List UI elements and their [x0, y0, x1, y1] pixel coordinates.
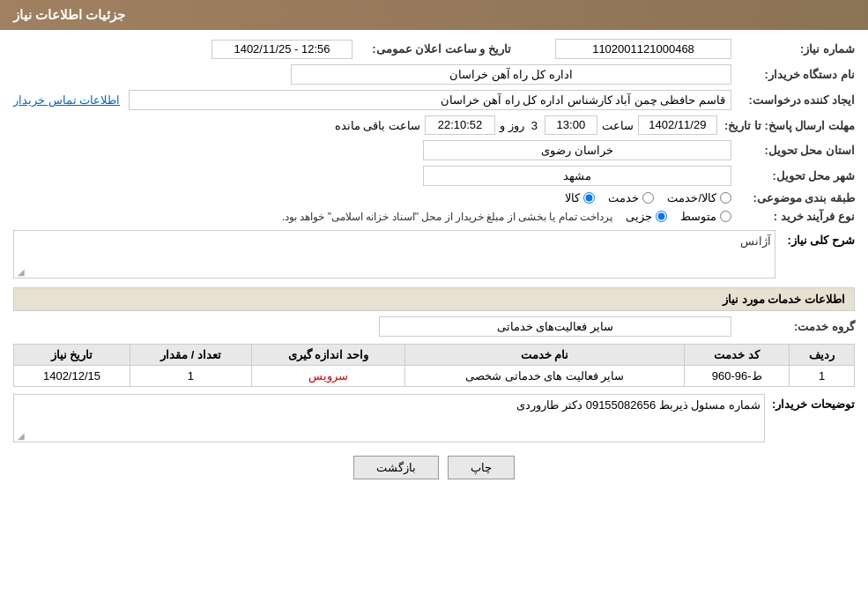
print-button[interactable]: چاپ — [448, 456, 515, 479]
buyer-desc-label: توضیحات خریدار: — [765, 394, 855, 411]
buyer-desc-value: شماره مسئول ذیربط 09155082656 دکتر طارور… — [18, 398, 760, 412]
col-unit: واحد اندازه گیری — [251, 345, 404, 366]
process-option-motavasset[interactable]: متوسط — [680, 210, 731, 223]
table-header-row: ردیف کد خدمت نام خدمت واحد اندازه گیری ت… — [14, 345, 855, 366]
reply-date: 1402/11/29 — [638, 115, 717, 135]
reply-remaining-label: ساعت باقی مانده — [335, 119, 420, 132]
resize-handle-desc[interactable]: ◢ — [16, 267, 25, 276]
services-table: ردیف کد خدمت نام خدمت واحد اندازه گیری ت… — [13, 344, 855, 387]
service-group-label: گروه خدمت: — [731, 320, 855, 333]
col-row-num: ردیف — [790, 345, 855, 366]
contact-link[interactable]: اطلاعات تماس خریدار — [13, 93, 120, 107]
category-label-khedmat: خدمت — [608, 191, 639, 204]
process-option-jozi[interactable]: جزیی — [626, 210, 667, 223]
process-type-label: نوع فرآیند خرید : — [731, 210, 855, 223]
process-radio-motavasset[interactable] — [720, 211, 731, 222]
col-service-code: کد خدمت — [685, 345, 790, 366]
category-option-khedmat[interactable]: خدمت — [608, 191, 654, 204]
buttons-row: چاپ بازگشت — [13, 456, 855, 479]
reply-days: 3 — [531, 119, 538, 132]
cell-unit: سرویس — [251, 366, 404, 387]
reply-deadline-label: مهلت ارسال پاسخ: تا تاریخ: — [717, 119, 855, 132]
category-radio-khedmat[interactable] — [642, 192, 654, 204]
requester-label: ایجاد کننده درخواست: — [731, 93, 855, 107]
main-content: شماره نیاز: 1102001121000468 تاریخ و ساع… — [0, 30, 868, 501]
service-group-value: سایر فعالیت‌های خدماتی — [379, 316, 731, 337]
cell-count: 1 — [130, 366, 251, 387]
cell-service-code: ط-96-960 — [685, 366, 790, 387]
reply-time-label: ساعت — [602, 119, 634, 132]
category-radio-group: کالا/خدمت خدمت کالا — [565, 191, 731, 204]
services-section-title: اطلاعات خدمات مورد نیاز — [723, 293, 845, 306]
category-label-kala-khedmat: کالا/خدمت — [667, 191, 716, 204]
description-box: آژانس ◢ — [13, 230, 775, 279]
category-radio-kala[interactable] — [583, 192, 595, 204]
page-wrapper: جزئیات اطلاعات نیاز شماره نیاز: 11020011… — [0, 0, 868, 609]
process-note: پرداخت تمام یا بخشی از مبلغ خریدار از مح… — [282, 211, 612, 223]
need-number-label: شماره نیاز: — [731, 42, 855, 56]
buyer-org-value: اداره کل راه آهن خراسان — [291, 64, 731, 85]
table-row: 1 ط-96-960 سایر فعالیت های خدماتی شخصی س… — [14, 366, 855, 387]
category-label: طبقه بندی موضوعی: — [731, 191, 855, 204]
process-label-motavasset: متوسط — [680, 210, 716, 223]
process-radio-jozi[interactable] — [656, 211, 667, 222]
category-option-kala[interactable]: کالا — [565, 191, 595, 204]
page-header: جزئیات اطلاعات نیاز — [0, 0, 868, 30]
resize-handle-buyer[interactable]: ◢ — [16, 431, 25, 440]
buyer-desc-box: شماره مسئول ذیربط 09155082656 دکتر طارور… — [13, 394, 765, 442]
description-sublabel: آژانس — [740, 234, 771, 248]
province-row: استان محل تحویل: خراسان رضوی — [13, 140, 855, 160]
category-option-kala-khedmat[interactable]: کالا/خدمت — [667, 191, 731, 204]
province-value: خراسان رضوی — [423, 140, 731, 160]
service-group-row: گروه خدمت: سایر فعالیت‌های خدماتی — [13, 316, 855, 337]
category-radio-kala-khedmat[interactable] — [720, 192, 731, 204]
requester-value: قاسم حافظی چمن آباد کارشناس اداره کل راه… — [129, 90, 731, 110]
col-service-name: نام خدمت — [404, 345, 684, 366]
requester-row: ایجاد کننده درخواست: قاسم حافظی چمن آباد… — [13, 90, 855, 110]
buyer-desc-section: توضیحات خریدار: شماره مسئول ذیربط 091550… — [13, 394, 855, 442]
cell-row-num: 1 — [790, 366, 855, 387]
category-label-kala: کالا — [565, 191, 580, 204]
back-button[interactable]: بازگشت — [353, 456, 439, 479]
city-value: مشهد — [423, 166, 731, 186]
reply-days-label: روز و — [500, 119, 524, 132]
province-label: استان محل تحویل: — [731, 144, 855, 157]
need-number-value: 1102001121000468 — [555, 39, 731, 59]
need-number-row: شماره نیاز: 1102001121000468 تاریخ و ساع… — [13, 39, 855, 59]
announce-datetime-label: تاریخ و ساعت اعلان عمومی: — [352, 42, 511, 56]
col-count: تعداد / مقدار — [130, 345, 251, 366]
cell-service-name: سایر فعالیت های خدماتی شخصی — [404, 366, 684, 387]
deadline-datetime: 1402/11/29 ساعت 13:00 3 روز و 22:10:52 س… — [335, 115, 717, 135]
city-row: شهر محل تحویل: مشهد — [13, 166, 855, 186]
city-label: شهر محل تحویل: — [731, 169, 855, 182]
description-section: شرح کلی نیاز: آژانس ◢ — [13, 230, 855, 279]
description-label: شرح کلی نیاز: — [775, 230, 855, 247]
reply-remaining: 22:10:52 — [425, 115, 495, 135]
buyer-org-label: نام دستگاه خریدار: — [731, 68, 855, 81]
process-radio-group: متوسط جزیی — [626, 210, 731, 223]
reply-time: 13:00 — [545, 115, 597, 135]
process-label-jozi: جزیی — [626, 210, 652, 223]
cell-date: 1402/12/15 — [14, 366, 130, 387]
reply-deadline-row: مهلت ارسال پاسخ: تا تاریخ: 1402/11/29 سا… — [13, 115, 855, 135]
announce-datetime-value: 1402/11/25 - 12:56 — [211, 40, 352, 59]
buyer-org-row: نام دستگاه خریدار: اداره کل راه آهن خراس… — [13, 64, 855, 85]
col-date: تاریخ نیاز — [14, 345, 130, 366]
services-section-header: اطلاعات خدمات مورد نیاز — [13, 287, 855, 311]
category-row: طبقه بندی موضوعی: کالا/خدمت خدمت کالا — [13, 191, 855, 204]
process-type-row: نوع فرآیند خرید : متوسط جزیی پرداخت تمام… — [13, 210, 855, 223]
page-title: جزئیات اطلاعات نیاز — [13, 7, 125, 22]
